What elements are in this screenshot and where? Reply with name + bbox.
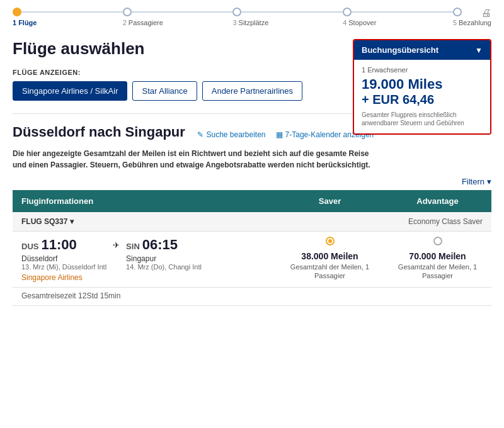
step-circle-2	[123, 8, 132, 16]
step-name-1: Flüge	[18, 19, 37, 26]
step-circle-3	[232, 8, 241, 16]
step-line-2	[132, 11, 233, 13]
info-text: Die hier angezeigte Gesamtzahl der Meile…	[13, 148, 378, 171]
flight-class: Economy Class Saver	[408, 217, 483, 226]
saver-note: Gesamtzahl der Meilen, 1 Passagier	[285, 262, 375, 281]
arr-info: SIN 06:15 Singapur 14. Mrz (Do), Changi …	[126, 237, 202, 271]
progress-track: 1 Flüge 2 Passagiere 3 Sitzplätze	[13, 8, 491, 26]
booking-overview-panel: Buchungsübersicht ▼ 1 Erwachsener 19.000…	[353, 39, 491, 135]
dropdown-icon: ▾	[70, 217, 74, 226]
dep-date: 13. Mrz (Mi), Düsseldorf Intl	[21, 263, 106, 271]
info-text-strong: Die hier angezeigte Gesamtzahl der Meile…	[13, 149, 370, 169]
flight-row-header: FLUG SQ337 ▾ Economy Class Saver	[13, 212, 491, 232]
filter-dropdown[interactable]: Filtern ▾	[462, 177, 491, 186]
calendar-icon: ▦	[276, 130, 283, 139]
step-name-3: Sitzplätze	[239, 19, 269, 26]
flight-arrow: ✈	[113, 237, 120, 250]
step-label-2: 2	[123, 19, 127, 26]
step-label-5: 5	[453, 19, 457, 26]
advantage-miles: 70.000 Meilen	[392, 251, 483, 261]
filter-btn-singapore[interactable]: Singapore Airlines / SilkAir	[13, 81, 127, 101]
filter-row: Filtern ▾	[13, 177, 491, 186]
arr-time: 06:15	[142, 237, 178, 253]
arr-code: SIN	[126, 242, 140, 251]
plane-icon: ✈	[113, 240, 120, 250]
total-time-cell: Gesamtreisezeit 12Std 15min	[13, 288, 491, 306]
progress-step-1: 1 Flüge	[13, 8, 123, 26]
filter-btn-partner[interactable]: Andere Partnerairlines	[202, 81, 302, 101]
booking-note: Gesamter Flugpreis einschließlich anwend…	[362, 111, 483, 127]
saver-miles: 38.000 Meilen	[285, 251, 375, 261]
filter-dropdown-label: Filtern	[462, 177, 484, 186]
printer-icon[interactable]: 🖨	[481, 8, 491, 19]
col-header-advantage: Advantage	[384, 190, 491, 212]
flight-header-cell: FLUG SQ337 ▾ Economy Class Saver	[13, 212, 491, 232]
table-header: Fluginformationen Saver Advantage	[13, 190, 491, 212]
step-line-4	[352, 11, 453, 13]
step-circle-1	[13, 8, 21, 16]
edit-search-label: Suche bearbeiten	[206, 130, 265, 139]
advantage-radio[interactable]	[392, 237, 483, 247]
flight-number-text: FLUG SQ337	[21, 217, 67, 226]
advantage-radio-dot	[433, 237, 442, 245]
total-time-row: Gesamtreisezeit 12Std 15min	[13, 288, 491, 306]
arr-city: Singapur	[126, 254, 202, 263]
step-label-3: 3	[232, 19, 236, 26]
saver-radio[interactable]	[285, 237, 375, 247]
flight-number[interactable]: FLUG SQ337 ▾	[21, 217, 74, 226]
saver-price-cell[interactable]: 38.000 Meilen Gesamtzahl der Meilen, 1 P…	[276, 232, 384, 288]
dep-time: 11:00	[41, 237, 76, 253]
step-label-1: 1	[13, 19, 16, 26]
step-circle-4	[343, 8, 352, 16]
progress-step-3: 3 Sitzplätze	[232, 8, 343, 26]
booking-miles: 19.000 Miles	[362, 76, 483, 93]
booking-overview-header[interactable]: Buchungsübersicht ▼	[354, 40, 490, 60]
dep-city: Düsseldorf	[21, 254, 106, 263]
filter-btn-star-alliance[interactable]: Star Alliance	[132, 81, 197, 101]
flight-table: Fluginformationen Saver Advantage FLUG S…	[13, 190, 491, 306]
progress-step-2: 2 Passagiere	[123, 8, 233, 26]
chevron-down-icon: ▼	[475, 46, 483, 55]
saver-radio-dot	[326, 237, 335, 245]
progress-step-4: 4 Stopover	[343, 8, 453, 26]
col-header-flight: Fluginformationen	[13, 190, 276, 212]
step-line-1	[21, 11, 123, 13]
route-title: Düsseldorf nach Singapur	[13, 124, 185, 140]
dep-code: DUS	[21, 242, 38, 251]
booking-overview-body: 1 Erwachsener 19.000 Miles + EUR 64,46 G…	[354, 60, 490, 133]
progress-bar: 1 Flüge 2 Passagiere 3 Sitzplätze	[0, 0, 504, 29]
flight-table-body: FLUG SQ337 ▾ Economy Class Saver DUS 11:…	[13, 212, 491, 306]
adults-label: 1 Erwachsener	[362, 66, 483, 74]
dep-info: DUS 11:00 Düsseldorf 13. Mrz (Mi), Düsse…	[21, 237, 106, 271]
advantage-price-cell[interactable]: 70.000 Meilen Gesamtzahl der Meilen, 1 P…	[384, 232, 491, 288]
advantage-note: Gesamtzahl der Meilen, 1 Passagier	[392, 262, 483, 281]
step-name-2: Passagiere	[129, 19, 163, 26]
col-header-saver: Saver	[276, 190, 384, 212]
step-name-5: Bezahlung	[459, 19, 491, 26]
step-name-4: Stopover	[348, 19, 376, 26]
step-circle-5	[453, 8, 462, 16]
step-line-3	[241, 11, 343, 13]
route-links: ✎ Suche bearbeiten ▦ 7-Tage-Kalender anz…	[197, 130, 374, 139]
booking-eur: + EUR 64,46	[362, 93, 483, 107]
edit-search-link[interactable]: ✎ Suche bearbeiten	[197, 130, 265, 139]
booking-overview-title: Buchungsübersicht	[362, 45, 438, 55]
flight-row-main: DUS 11:00 Düsseldorf 13. Mrz (Mi), Düsse…	[13, 232, 491, 288]
step-label-4: 4	[343, 19, 346, 26]
airline-link[interactable]: Singapore Airlines	[21, 273, 267, 282]
chevron-down-filter-icon: ▾	[487, 177, 491, 186]
flight-info-cell: DUS 11:00 Düsseldorf 13. Mrz (Mi), Düsse…	[13, 232, 276, 288]
main-content: Flüge auswählen Buchungsübersicht ▼ 1 Er…	[0, 29, 504, 316]
edit-icon: ✎	[197, 130, 203, 139]
arr-date: 14. Mrz (Do), Changi Intl	[126, 263, 202, 271]
